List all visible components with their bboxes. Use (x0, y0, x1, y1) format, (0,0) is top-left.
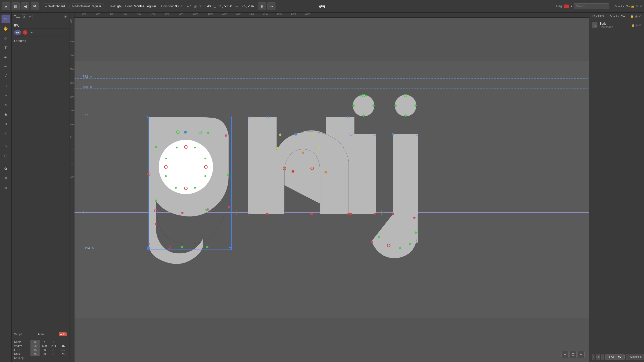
metrics-row-kerning: Kerning: (13, 356, 68, 360)
star-icon[interactable]: ★ (2, 2, 10, 10)
layer-info: Body One shape (599, 22, 622, 28)
char-A-btn[interactable]: A (28, 14, 32, 19)
search-input[interactable] (574, 3, 609, 9)
text-input-row: ghij (12, 21, 69, 29)
layers-title: LAYERS (592, 15, 604, 18)
unicode-group: Unicode: 0067 (159, 4, 184, 8)
layer-lock[interactable]: 🔒 (631, 24, 635, 27)
flag-color[interactable] (564, 5, 569, 8)
node-add-tab[interactable]: n+ (14, 30, 21, 35)
right-footer: + ⚙ − LAYERS SHAPES (589, 352, 644, 362)
svg-point-90 (395, 95, 416, 116)
svg-point-70 (312, 134, 314, 137)
pan-tool[interactable]: ✋ (2, 24, 10, 33)
settings-btn[interactable]: ⚙ (596, 354, 600, 360)
text-label-row: Text: a A + (12, 13, 69, 21)
svg-point-55 (207, 208, 209, 211)
dropper-tool[interactable]: ⊿ (2, 120, 10, 128)
bucket-tool[interactable]: ◉ (2, 110, 10, 119)
layer-eye[interactable]: ◉ (635, 24, 638, 27)
node-tabs: n+ × +n (12, 29, 69, 36)
svg-point-87 (360, 95, 362, 97)
right-panel-spacer (589, 30, 644, 352)
node-delete-tab[interactable]: × (23, 30, 27, 35)
layers-icon[interactable]: ⊕ (258, 2, 266, 10)
svg-rect-65 (310, 213, 313, 215)
circle-tool[interactable]: ○ (2, 142, 10, 151)
measure-tool[interactable]: ⊹ (2, 34, 10, 42)
pen-tool[interactable]: ✒ (2, 53, 10, 61)
canvas-area[interactable]: 200 300 400 500 600 700 800 900 1000 110… (69, 13, 589, 362)
rect-tool[interactable]: □ (2, 152, 10, 160)
svg-point-74 (292, 170, 294, 173)
close-icon[interactable]: ✕ (639, 5, 642, 8)
panel-toggle[interactable]: ▤ (12, 2, 20, 10)
svg-point-52 (206, 246, 208, 248)
lock-icon[interactable]: 🔒 (631, 5, 634, 8)
panel-lock-icon[interactable]: 🔒 (630, 15, 634, 18)
script-row: Script: Auto Auto (12, 331, 69, 338)
text-tool[interactable]: T (2, 43, 10, 52)
zoom-fit-btn[interactable]: ⊡ (570, 351, 577, 358)
add-layer-btn[interactable]: + (592, 354, 594, 360)
flag-dropdown[interactable]: ▼ (570, 5, 573, 8)
svg-point-84 (372, 104, 375, 107)
svg-point-94 (413, 217, 416, 219)
metrics-col-i: i (49, 340, 58, 344)
zoom-out-btn[interactable]: − (561, 351, 569, 358)
svg-point-88 (365, 95, 367, 97)
mode-icon[interactable]: M (31, 2, 39, 10)
svg-point-47 (175, 187, 177, 189)
tab-font[interactable]: M Montserrat Regular (69, 4, 104, 9)
metrics-col-h: h (40, 340, 49, 344)
svg-point-68 (279, 133, 281, 136)
toolbar-separator (2, 140, 9, 140)
knife-tool[interactable]: ⌀ (2, 91, 10, 100)
eraser-tool[interactable]: ◻ (2, 81, 10, 90)
plugin-tool[interactable]: ⊕ (2, 184, 10, 192)
panel-close-icon[interactable]: ✕ (638, 15, 641, 18)
svg-point-48 (165, 158, 167, 159)
pencil2-tool[interactable]: ╱ (2, 129, 10, 138)
panel-spacer (12, 45, 69, 331)
select-tool[interactable]: ↖ (2, 15, 10, 23)
ruler-h: 200 300 400 500 600 700 800 900 1000 110… (74, 13, 589, 18)
shapes-tab[interactable]: SHAPES (626, 354, 644, 360)
char-a-btn[interactable]: a (22, 14, 26, 19)
svg-text:532: 532 (83, 113, 88, 117)
eye-icon[interactable]: 👁 (635, 5, 638, 8)
flag-area: Flag: ▼ (556, 3, 609, 9)
svg-point-67 (276, 147, 278, 150)
layer-remove[interactable]: ✕ (639, 24, 641, 27)
back-icon[interactable]: ◀ (21, 2, 29, 10)
ruler-v: 800 700 600 500 400 300 200 100 0 -100 -… (69, 13, 74, 362)
component-tool[interactable]: ⊞ (2, 174, 10, 183)
svg-rect-81 (350, 213, 352, 215)
features-section: Features (12, 36, 69, 45)
layer-item-body[interactable]: g Body One shape · · · · 🔒 ◉ ✕ (589, 20, 644, 30)
effects-tool[interactable]: ✿ (2, 164, 10, 173)
transform-tool[interactable]: ✳ (2, 101, 10, 109)
svg-point-46 (194, 187, 196, 189)
metrics-row-width: Width: 640 669 284 287 (13, 344, 68, 348)
svg-point-31 (228, 206, 230, 208)
add-char-btn[interactable]: + (64, 14, 67, 19)
pencil-tool[interactable]: ✏ (2, 62, 10, 71)
arrow-icon[interactable]: ⇒ (267, 2, 275, 10)
remove-layer-btn[interactable]: − (601, 354, 604, 360)
layers-tab[interactable]: LAYERS (605, 354, 624, 360)
layer-expand-dots: · · · · (624, 24, 629, 27)
panel-eye-icon[interactable]: ◉ (635, 15, 637, 18)
zoom-in-btn[interactable]: + (578, 351, 585, 358)
brush-tool[interactable]: ╱ (2, 72, 10, 80)
opacity-group: Opacity: 0% 🔒 👁 ✕ (615, 5, 642, 8)
svg-point-51 (181, 246, 183, 248)
svg-point-96 (409, 243, 411, 245)
node-add-after-tab[interactable]: +n (29, 30, 36, 35)
svg-text:742 ⊕: 742 ⊕ (83, 75, 92, 78)
svg-point-33 (181, 212, 184, 214)
svg-point-78 (353, 95, 374, 116)
script-tag[interactable]: Auto (59, 332, 67, 336)
right-panel: LAYERS Opacity: 0% 🔒 ◉ ✕ g Body One shap… (589, 13, 644, 362)
tab-sketchboard[interactable]: ✏ Sketchboard (42, 4, 68, 9)
